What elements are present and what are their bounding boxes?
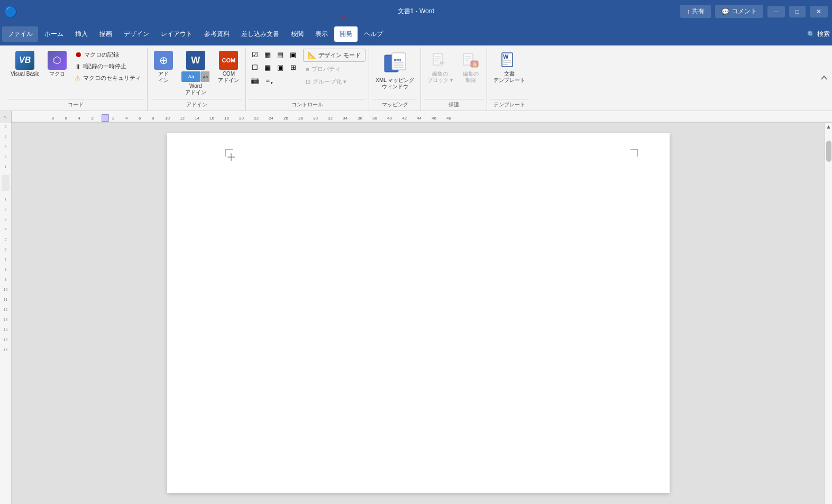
more-ctrl[interactable]: ⊞ [287,61,299,73]
ribbon-group-template: W 文書テンプレート テンプレート [487,48,532,111]
edit-restrict-icon: 🔒 [461,51,480,70]
menu-design[interactable]: デザイン [118,26,154,42]
doc-template-button[interactable]: W 文書テンプレート [490,49,528,86]
menu-references[interactable]: 参考資料 [199,26,235,42]
ribbon-group-code: VB Visual Basic ⬡ マクロ ⏺ マクロの記録 ⏸ Ⅱ記 [4,48,148,111]
search-icon: 🔍 [807,31,815,38]
rv-tick-5n: 5 [4,237,8,241]
scrollbar-down-button[interactable]: ▼ [825,502,833,504]
menu-bar: ファイル ホーム 挿入 描画 デザイン レイアウト 参考資料 差し込み文書 校閲… [0,23,832,45]
controls-row1: ☑ ▦ ▤ ▣ [249,49,299,60]
edit-block-button[interactable]: ✏ 編集のブロック ▾ [424,49,456,86]
vertical-scrollbar[interactable]: ▲ ▼ [825,123,832,504]
menu-insert[interactable]: 挿入 [70,26,93,42]
word-addin-label: Wordアドイン [185,83,206,96]
menu-developer[interactable]: 開発 ↑ [334,26,358,42]
macro-pause-button[interactable]: ⏸ Ⅱ記録の一時停止 [72,61,144,72]
grid-ctrl[interactable]: ▣ [287,49,299,60]
ruler-horizontal: 8 6 4 2 2 4 6 8 10 12 14 16 18 20 22 24 … [12,111,832,122]
ruler-tick-4: 4 [125,116,127,121]
group-controls-button[interactable]: ⊡ グループ化 ▾ [303,76,365,87]
title-bar-left: 🔵 [4,5,17,18]
search-label[interactable]: 検索 [817,30,830,39]
protect-group-label: 保護 [424,99,483,111]
ribbon-group-addin: ⊕ アドイン W Aa Aa Wordアドイン COM COMアドイン [148,48,246,111]
comment-icon: 💬 [721,8,729,15]
scrollbar-up-button[interactable]: ▲ [825,123,833,130]
ruler-vertical: 5 4 3 2 1 1 2 3 4 5 6 7 8 9 10 11 12 13 … [0,123,12,504]
document-page[interactable] [167,133,670,493]
corner-mark-tr [630,149,638,157]
horizontal-ruler: ↖ 8 6 4 2 2 4 6 8 10 12 14 16 18 20 22 2… [0,111,832,123]
properties-button[interactable]: ≡ プロパティ [303,63,365,75]
svg-text:🔒: 🔒 [472,61,478,67]
scrollbar-thumb[interactable] [826,141,831,162]
controls-row3: 📷 ≡ ▾ [249,74,299,86]
menu-mailings[interactable]: 差し込み文書 [236,26,285,42]
controls-group-items: ☑ ▦ ▤ ▣ ☐ ▦ ▣ ⊞ 📷 ≡ [249,49,365,98]
template-group-label: テンプレート [490,99,528,111]
ruler-indent-marker[interactable] [102,114,109,122]
combo-ctrl[interactable]: ▦ [262,61,273,73]
macro-pause-icon: ⏸ [75,63,81,70]
menu-review[interactable]: 校閲 [286,26,309,42]
spin-ctrl[interactable]: ▣ [275,61,286,73]
ruler-tick-28: 28 [298,116,303,121]
menu-view[interactable]: 表示 [310,26,333,42]
macro-security-button[interactable]: ⚠ マクロのセキュリティ [72,72,144,84]
design-mode-button[interactable]: 📐 デザイン モード [303,49,365,62]
macro-small-group: ⏺ マクロの記録 ⏸ Ⅱ記録の一時停止 ⚠ マクロのセキュリティ [72,49,144,84]
imgctrl-1[interactable]: 📷 [249,74,261,86]
listbox-ctrl[interactable]: ☐ [249,61,261,73]
ribbon-content: VB Visual Basic ⬡ マクロ ⏺ マクロの記録 ⏸ Ⅱ記 [0,48,832,111]
controls-group-label: コントロール [249,99,365,111]
checkbox-ctrl[interactable]: ☑ [249,49,261,60]
ruler-tick-40: 40 [387,116,392,121]
macro-record-button[interactable]: ⏺ マクロの記録 [72,49,144,60]
ruler-corner: ↖ [0,111,12,123]
table-ctrl[interactable]: ▤ [275,49,286,60]
addin-store-icon: ⊕ [154,51,173,70]
design-mode-icon: 📐 [308,51,316,59]
imgctrl-2[interactable]: ≡ ▾ [262,74,273,86]
macro-security-icon: ⚠ [75,74,81,82]
comment-button[interactable]: 💬 コメント [715,5,763,18]
maximize-button[interactable]: □ [789,6,806,17]
ruler-tick-neg2: 2 [92,116,94,121]
ruler-tick-neg8: 8 [52,116,54,121]
rv-tick-15n: 15 [4,338,8,342]
title-bar-actions: ↑ 共有 💬 コメント ─ □ ✕ [680,5,828,18]
menu-home[interactable]: ホーム [39,26,69,42]
close-button[interactable]: ✕ [810,6,828,17]
rv-tick-14n: 14 [4,328,8,332]
macro-pause-label: Ⅱ記録の一時停止 [83,62,126,70]
ruler-tick-42: 42 [402,116,407,121]
group-label: グループ化 ▾ [313,78,346,86]
ruler-tick-26: 26 [284,116,288,121]
template-group-items: W 文書テンプレート [490,49,528,98]
xml-mapping-button[interactable]: XML XML マッピングウィンドウ [372,49,417,92]
minimize-button[interactable]: ─ [767,6,785,17]
addin-store-button[interactable]: ⊕ アドイン [151,49,176,86]
word-addin-button[interactable]: W Aa Aa Wordアドイン [178,49,213,98]
com-addin-button[interactable]: COM COMアドイン [215,49,242,86]
menu-help[interactable]: ヘルプ [359,26,388,42]
ruler-tick-32: 32 [328,116,333,121]
ribbon: VB Visual Basic ⬡ マクロ ⏺ マクロの記録 ⏸ Ⅱ記 [0,45,832,111]
rv-tick-1: 1 [4,165,8,169]
addin-aa-icon: Aa [181,71,200,82]
share-icon: ↑ [687,8,690,15]
document-area[interactable] [12,123,825,504]
visual-basic-button[interactable]: VB Visual Basic [7,49,42,79]
menu-file[interactable]: ファイル [2,26,38,42]
controls-right: 📐 デザイン モード ≡ プロパティ ⊡ グループ化 ▾ [303,49,365,87]
ruler-tick-36: 36 [358,116,362,121]
text-ctrl[interactable]: ▦ [262,49,273,60]
share-button[interactable]: ↑ 共有 [680,5,711,18]
ribbon-collapse-button[interactable] [820,74,828,83]
menu-draw[interactable]: 描画 [94,26,117,42]
edit-restrict-button[interactable]: 🔒 編集の制限 [458,49,483,86]
mapping-group-items: XML XML マッピングウィンドウ [372,49,417,98]
menu-layout[interactable]: レイアウト [156,26,198,42]
macro-button[interactable]: ⬡ マクロ [44,49,70,79]
